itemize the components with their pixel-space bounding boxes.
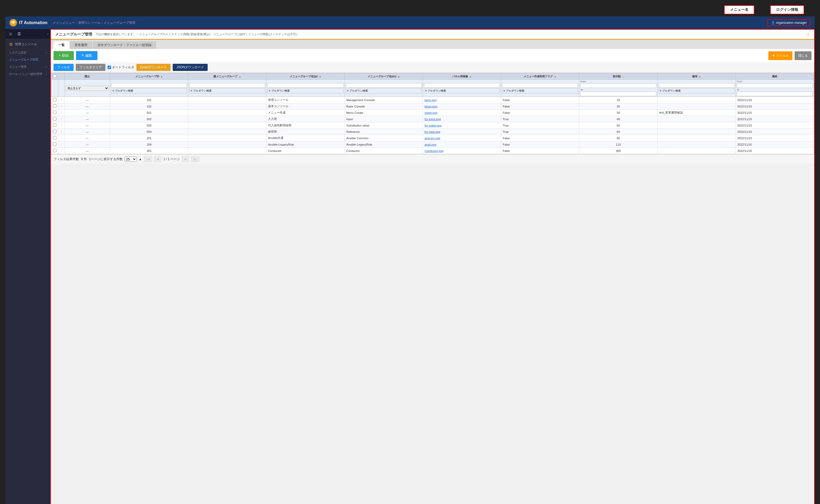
panel-image-pulldown-button[interactable]: ≡ プルダウン検索 <box>424 88 500 93</box>
row-parent-5 <box>188 129 266 135</box>
prev-page-button[interactable]: ◀ <box>154 156 161 162</box>
parent-pulldown-button[interactable]: ≡ プルダウン検索 <box>189 88 265 93</box>
user-button[interactable]: 👤 organization manager <box>767 19 810 26</box>
grid-view-button[interactable]: ⊞ <box>7 31 14 37</box>
row-panel-image-1[interactable]: kihon.png <box>423 103 501 110</box>
row-panel-image-7[interactable]: anslr.png <box>423 141 501 148</box>
row-actions-0[interactable]: ⋮ <box>58 97 65 103</box>
table-body: ⋮ — 101 管理コンソール Management Console kanri… <box>51 97 814 154</box>
row-actions-2[interactable]: ⋮ <box>58 110 65 116</box>
sidebar-icon-bar: ⊞ ☰ « <box>5 29 50 39</box>
first-page-button[interactable]: |◀ <box>144 156 152 162</box>
remarks-pulldown-button[interactable]: ≡ プルダウン検索 <box>659 88 734 93</box>
row-id-1: 102 <box>110 103 188 110</box>
order-from-input[interactable] <box>580 83 656 88</box>
row-flag-8: False <box>501 148 579 154</box>
row-panel-image-4[interactable]: for-subst.png <box>423 122 501 129</box>
row-panel-image-5[interactable]: for-view.png <box>423 129 501 135</box>
row-panel-image-0[interactable]: kanri.png <box>423 97 501 103</box>
sidebar-item-system-settings[interactable]: システム設定 › <box>5 49 50 56</box>
last-page-button[interactable]: ▶| <box>191 156 199 162</box>
row-panel-image-2[interactable]: sheet.png <box>423 110 501 116</box>
panel-image-header[interactable]: パネル用画像 ▲ <box>423 73 501 80</box>
row-checkbox-4[interactable] <box>53 123 56 127</box>
row-actions-7[interactable]: ⋮ <box>58 141 65 148</box>
menu-group-name-en-header[interactable]: メニューグループ名(en) ▲ <box>344 73 423 80</box>
row-name-ja-1: 基本コンソール <box>266 103 344 110</box>
per-page-select[interactable]: 25 50 100 <box>125 157 137 162</box>
tab-bar: 一覧 変更履歴 全件ダウンロード・ファイル一括登録 <box>51 40 814 49</box>
filter-checkbox-cell <box>51 80 58 97</box>
parent-filter-input[interactable] <box>189 83 265 88</box>
breadcrumb-item-2[interactable]: 管理コンソール <box>78 21 100 25</box>
page-description: 下記の機能を提供しています。・メニューグループのメンテナンス(閲覧/登録/更新/… <box>95 32 297 36</box>
select-all-checkbox[interactable] <box>53 74 56 78</box>
table-row: ⋮ — 504 参照用 Reference for-view.png True … <box>51 129 814 135</box>
logo-icon: 👁 <box>10 19 17 26</box>
row-last-updated-2: 2022/11/15 <box>736 110 814 116</box>
next-page-button[interactable]: ▶ <box>182 156 189 162</box>
row-panel-image-6[interactable]: anscmn.png <box>423 135 501 141</box>
order-to-input[interactable] <box>580 92 656 96</box>
tab-download[interactable]: 全件ダウンロード・ファイル一括登録 <box>93 41 156 49</box>
row-actions-5[interactable]: ⋮ <box>58 129 65 135</box>
row-actions-1[interactable]: ⋮ <box>58 103 65 110</box>
row-checkbox-3[interactable] <box>53 117 56 120</box>
sidebar-collapse-button[interactable]: « <box>47 31 49 37</box>
row-panel-image-8[interactable]: Conductor.png <box>423 148 501 154</box>
row-panel-image-3[interactable]: for-input.png <box>423 116 501 122</box>
register-button[interactable]: + 登録 <box>53 51 74 60</box>
menu-group-name-ja-header[interactable]: メニューグループ名(ja) ▲ <box>266 73 344 80</box>
row-actions-8[interactable]: ⋮ <box>58 148 65 154</box>
clear-filter-button[interactable]: フィルタクリア <box>76 64 105 71</box>
last-updated-header[interactable]: 最終 <box>736 73 814 80</box>
tab-history[interactable]: 変更履歴 <box>70 41 92 49</box>
panel-image-filter-input[interactable] <box>424 83 500 88</box>
json-download-button[interactable]: JSONダウンロード <box>173 64 208 71</box>
list-view-button[interactable]: ☰ <box>15 31 23 37</box>
flag-pulldown-button[interactable]: ≡ プルダウン検索 <box>502 88 578 93</box>
hide-button[interactable]: 隠じる <box>795 51 812 60</box>
row-checkbox-1[interactable] <box>53 104 56 108</box>
name-en-pulldown-button[interactable]: ≡ プルダウン検索 <box>346 88 422 93</box>
menu-create-flag-header[interactable]: メニュー作成利用フラグ ▲ <box>501 73 579 80</box>
page-header: メニューグループ管理 下記の機能を提供しています。・メニューグループのメンテナン… <box>51 30 814 40</box>
filter-toggle-button[interactable]: ▼ フィルタ <box>768 51 792 60</box>
row-checkbox-5[interactable] <box>53 130 56 133</box>
row-actions-6[interactable]: ⋮ <box>58 135 65 141</box>
tab-list[interactable]: 一覧 <box>53 41 69 49</box>
apply-filter-button[interactable]: フィルタ <box>53 64 74 71</box>
sidebar-item-menu-management[interactable]: メニュー管理 › <box>5 63 50 70</box>
row-checkbox-2[interactable] <box>53 111 56 114</box>
last-updated-from-input[interactable] <box>737 83 813 88</box>
menu-group-id-header[interactable]: メニューグループID ▲ <box>110 73 188 80</box>
parent-menu-group-header[interactable]: 親メニューグループ ▲ <box>188 73 266 80</box>
row-checkbox-6[interactable] <box>53 136 56 139</box>
name-ja-pulldown-button[interactable]: ≡ プルダウン検索 <box>267 88 343 93</box>
row-order-6: 80 <box>579 135 657 141</box>
last-updated-to-input[interactable] <box>737 92 813 96</box>
name-ja-filter-input[interactable] <box>267 83 343 88</box>
row-checkbox-0[interactable] <box>53 98 56 101</box>
id-pulldown-button[interactable]: ≡ プルダウン検索 <box>111 88 187 93</box>
obsolete-filter-select[interactable]: 廃止含まず 廃止のみ 廃止含む <box>66 86 109 91</box>
main-content: メニューグループ管理 下記の機能を提供しています。・メニューグループのメンテナン… <box>50 29 815 504</box>
id-filter-input[interactable] <box>111 83 187 88</box>
row-checkbox-8[interactable] <box>53 149 56 152</box>
excel-download-button[interactable]: Excelダウンロード <box>136 64 170 71</box>
row-actions-3[interactable]: ⋮ <box>58 116 65 122</box>
row-last-updated-3: 2022/11/10 <box>736 116 814 122</box>
auto-filter-checkbox[interactable] <box>107 66 111 69</box>
sidebar-item-menu-group[interactable]: メニューグループ管理 <box>5 56 50 63</box>
remarks-filter-input[interactable] <box>659 83 734 88</box>
row-obsolete-3: — <box>65 116 110 122</box>
row-checkbox-7[interactable] <box>53 142 56 146</box>
row-actions-4[interactable]: ⋮ <box>58 122 65 129</box>
edit-button[interactable]: ✎ 編集 <box>76 51 97 60</box>
sidebar-item-role-menu[interactable]: ロール-メニュー紐付管理 › <box>5 70 50 78</box>
breadcrumb-item-1[interactable]: メインメニュー <box>53 21 75 25</box>
display-order-header[interactable]: 表示順 ▲ <box>579 73 657 80</box>
name-en-filter-input[interactable] <box>346 83 422 88</box>
remarks-header[interactable]: 備考 ▲ <box>657 73 736 80</box>
flag-filter-input[interactable] <box>502 83 578 88</box>
